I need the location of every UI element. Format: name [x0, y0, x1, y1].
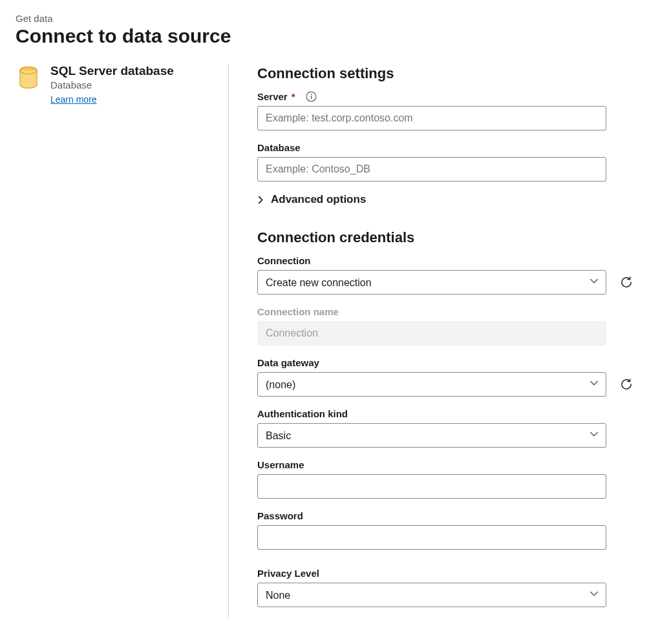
username-input[interactable]: [257, 474, 606, 499]
svg-point-3: [310, 94, 312, 95]
info-icon[interactable]: [306, 91, 317, 102]
breadcrumb: Get data: [16, 13, 633, 24]
connection-select[interactable]: Create new connection: [257, 270, 606, 295]
data-gateway-label: Data gateway: [257, 357, 633, 368]
connector-subtitle: Database: [50, 79, 174, 90]
server-label: Server *: [257, 91, 633, 102]
database-icon: [16, 65, 41, 91]
vertical-divider: [228, 64, 229, 619]
password-input[interactable]: [257, 525, 606, 550]
database-label: Database: [257, 142, 633, 153]
connection-label: Connection: [257, 255, 633, 266]
connector-sidebar: SQL Server database Database Learn more: [16, 64, 228, 619]
connection-credentials-heading: Connection credentials: [257, 229, 633, 246]
connection-name-input: [257, 321, 606, 346]
refresh-gateway-button[interactable]: [619, 377, 633, 391]
connection-settings-heading: Connection settings: [257, 65, 633, 82]
authentication-kind-select[interactable]: Basic: [257, 423, 606, 448]
connection-name-label: Connection name: [257, 306, 633, 317]
chevron-right-icon: [257, 196, 264, 203]
privacy-level-label: Privacy Level: [257, 568, 633, 579]
required-indicator: *: [292, 91, 295, 102]
privacy-level-select[interactable]: None: [257, 583, 606, 607]
refresh-connection-button[interactable]: [619, 275, 633, 289]
connector-title: SQL Server database: [50, 64, 174, 78]
svg-rect-4: [310, 96, 311, 99]
page-title: Connect to data source: [16, 25, 633, 47]
username-label: Username: [257, 459, 633, 470]
authentication-kind-label: Authentication kind: [257, 408, 633, 419]
server-input[interactable]: [257, 106, 606, 130]
data-gateway-select[interactable]: (none): [257, 372, 606, 397]
database-input[interactable]: [257, 157, 606, 182]
learn-more-link[interactable]: Learn more: [50, 94, 97, 105]
advanced-options-toggle[interactable]: Advanced options: [257, 193, 633, 206]
password-label: Password: [257, 510, 633, 521]
